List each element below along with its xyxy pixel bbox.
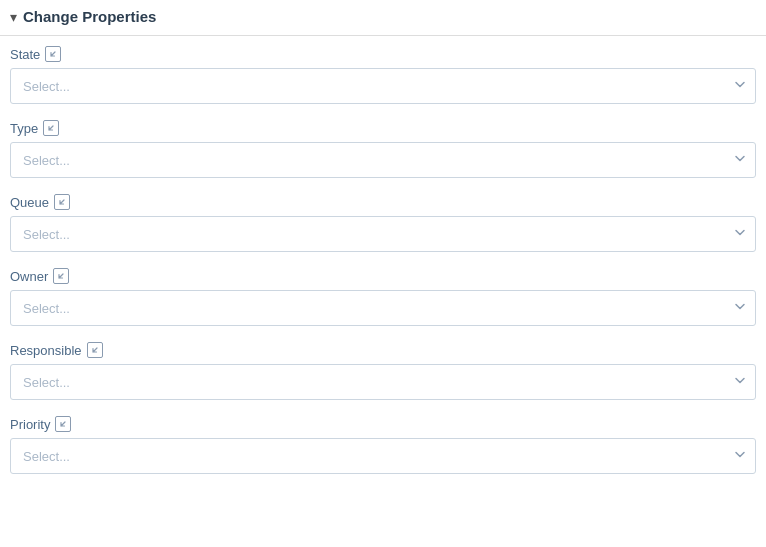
form-body: State Select... Type Select... Queue Sel… bbox=[0, 36, 766, 500]
info-icon-priority[interactable] bbox=[55, 416, 71, 432]
label-state: State bbox=[10, 47, 40, 62]
info-icon-state[interactable] bbox=[45, 46, 61, 62]
label-row-type: Type bbox=[10, 120, 756, 136]
panel-header: ▾ Change Properties bbox=[0, 0, 766, 36]
field-group-state: State Select... bbox=[10, 46, 756, 104]
select-type[interactable]: Select... bbox=[10, 142, 756, 178]
select-state[interactable]: Select... bbox=[10, 68, 756, 104]
select-responsible[interactable]: Select... bbox=[10, 364, 756, 400]
label-row-responsible: Responsible bbox=[10, 342, 756, 358]
info-icon-type[interactable] bbox=[43, 120, 59, 136]
label-type: Type bbox=[10, 121, 38, 136]
select-owner[interactable]: Select... bbox=[10, 290, 756, 326]
panel-title: Change Properties bbox=[23, 8, 156, 25]
select-wrapper-queue: Select... bbox=[10, 216, 756, 252]
select-wrapper-state: Select... bbox=[10, 68, 756, 104]
select-wrapper-owner: Select... bbox=[10, 290, 756, 326]
info-icon-queue[interactable] bbox=[54, 194, 70, 210]
select-wrapper-responsible: Select... bbox=[10, 364, 756, 400]
label-row-priority: Priority bbox=[10, 416, 756, 432]
field-group-owner: Owner Select... bbox=[10, 268, 756, 326]
info-icon-owner[interactable] bbox=[53, 268, 69, 284]
label-responsible: Responsible bbox=[10, 343, 82, 358]
select-queue[interactable]: Select... bbox=[10, 216, 756, 252]
label-row-owner: Owner bbox=[10, 268, 756, 284]
select-priority[interactable]: Select... bbox=[10, 438, 756, 474]
info-icon-responsible[interactable] bbox=[87, 342, 103, 358]
field-group-queue: Queue Select... bbox=[10, 194, 756, 252]
label-row-queue: Queue bbox=[10, 194, 756, 210]
field-group-priority: Priority Select... bbox=[10, 416, 756, 474]
select-wrapper-type: Select... bbox=[10, 142, 756, 178]
change-properties-panel: ▾ Change Properties State Select... Type… bbox=[0, 0, 766, 500]
label-queue: Queue bbox=[10, 195, 49, 210]
select-wrapper-priority: Select... bbox=[10, 438, 756, 474]
collapse-chevron-icon[interactable]: ▾ bbox=[10, 9, 17, 25]
label-row-state: State bbox=[10, 46, 756, 62]
label-priority: Priority bbox=[10, 417, 50, 432]
field-group-type: Type Select... bbox=[10, 120, 756, 178]
label-owner: Owner bbox=[10, 269, 48, 284]
field-group-responsible: Responsible Select... bbox=[10, 342, 756, 400]
